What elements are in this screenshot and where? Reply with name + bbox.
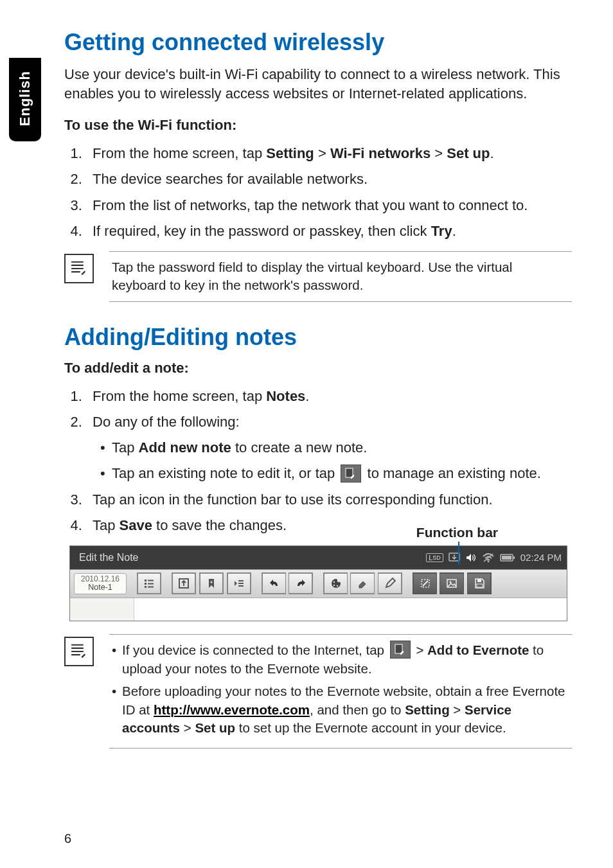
status-battery-icon bbox=[500, 553, 515, 562]
notes-step-2: Do any of the following: Tap Add new not… bbox=[86, 411, 572, 484]
svg-point-19 bbox=[333, 581, 334, 583]
toolbar-bookmark-icon[interactable] bbox=[199, 572, 224, 594]
notes-steps: From the home screen, tap Notes. Do any … bbox=[64, 385, 572, 536]
page-number: 6 bbox=[64, 831, 71, 846]
svg-rect-12 bbox=[145, 586, 147, 588]
svg-rect-9 bbox=[148, 580, 154, 581]
status-wifi-icon bbox=[482, 553, 495, 563]
notes-subhead: To add/edit a note: bbox=[64, 360, 572, 376]
toolbar-indent-icon[interactable] bbox=[227, 572, 251, 594]
svg-rect-16 bbox=[238, 580, 244, 581]
wifi-note-text: Tap the password field to display the vi… bbox=[109, 251, 572, 302]
manage-note-icon bbox=[390, 641, 411, 659]
toolbar-save-icon[interactable] bbox=[467, 572, 492, 594]
section-heading-notes: Adding/Editing notes bbox=[64, 324, 572, 351]
toolbar-list-icon[interactable] bbox=[137, 572, 161, 594]
language-tab-label: English bbox=[17, 71, 33, 126]
svg-rect-6 bbox=[502, 556, 511, 560]
manage-note-icon bbox=[341, 465, 361, 483]
notes-step-1: From the home screen, tap Notes. bbox=[86, 385, 572, 407]
evernote-note-item-2: Before uploading your notes to the Evern… bbox=[112, 682, 569, 738]
wifi-steps: From the home screen, tap Setting > Wi-F… bbox=[64, 143, 572, 242]
svg-rect-25 bbox=[477, 579, 481, 582]
note-icon bbox=[64, 637, 94, 666]
page-content: Getting connected wirelessly Use your de… bbox=[64, 29, 572, 768]
toolbar-eraser-icon[interactable] bbox=[350, 572, 375, 594]
toolbar-redo-icon[interactable] bbox=[289, 572, 313, 594]
function-bar-pointer bbox=[458, 542, 459, 565]
section-intro-wireless: Use your device's built-in Wi-Fi capabil… bbox=[64, 65, 572, 103]
notes-step-4: Tap Save to save the changes. bbox=[86, 515, 572, 536]
evernote-note-body: If you device is connected to the Intern… bbox=[109, 634, 572, 748]
notes-substeps: Tap Add new note to create a new note. T… bbox=[93, 437, 572, 484]
toolbar-palette-icon[interactable] bbox=[323, 572, 348, 594]
wifi-note: Tap the password field to display the vi… bbox=[64, 251, 572, 302]
device-function-bar: 2010.12.16 Note-1 bbox=[70, 569, 567, 598]
svg-rect-1 bbox=[346, 468, 353, 477]
svg-rect-13 bbox=[148, 587, 154, 588]
status-time: 02:24 PM bbox=[520, 552, 562, 563]
toolbar-crop-icon[interactable] bbox=[413, 572, 437, 594]
notes-bullet-2: Tap an existing note to edit it, or tap … bbox=[112, 463, 572, 484]
svg-rect-10 bbox=[145, 583, 147, 585]
device-status-area: LSD 02:24 PM bbox=[426, 552, 562, 563]
wifi-step-2: The device searches for available networ… bbox=[86, 168, 572, 190]
svg-point-20 bbox=[333, 585, 334, 586]
section-heading-wireless: Getting connected wirelessly bbox=[64, 29, 572, 56]
note-tag[interactable]: 2010.12.16 Note-1 bbox=[74, 573, 127, 594]
svg-rect-27 bbox=[395, 644, 402, 653]
svg-rect-17 bbox=[238, 583, 244, 584]
function-bar-label: Function bar bbox=[416, 525, 498, 540]
wifi-step-3: From the list of networks, tap the netwo… bbox=[86, 195, 572, 217]
svg-point-15 bbox=[211, 581, 213, 583]
wifi-subhead: To use the Wi-Fi function: bbox=[64, 117, 572, 134]
svg-rect-11 bbox=[148, 583, 154, 585]
device-title: Edit the Note bbox=[79, 552, 139, 563]
device-sidebar bbox=[70, 598, 134, 621]
svg-point-3 bbox=[487, 560, 489, 562]
wifi-step-1: From the home screen, tap Setting > Wi-F… bbox=[86, 143, 572, 164]
evernote-link[interactable]: http://www.evernote.com bbox=[154, 702, 310, 717]
language-tab: English bbox=[9, 58, 41, 141]
evernote-note-item-1: If you device is connected to the Intern… bbox=[112, 641, 569, 678]
toolbar-undo-icon[interactable] bbox=[262, 572, 286, 594]
svg-rect-18 bbox=[238, 585, 244, 587]
toolbar-upload-icon[interactable] bbox=[172, 572, 196, 594]
notes-step-3: Tap an icon in the function bar to use i… bbox=[86, 489, 572, 511]
device-titlebar: Edit the Note LSD 02:24 PM bbox=[70, 546, 567, 569]
device-canvas bbox=[70, 598, 567, 621]
svg-rect-26 bbox=[477, 584, 483, 587]
svg-rect-7 bbox=[513, 556, 515, 559]
toolbar-pen-icon[interactable] bbox=[378, 572, 402, 594]
toolbar-image-icon[interactable] bbox=[440, 572, 464, 594]
svg-rect-8 bbox=[145, 580, 147, 581]
status-sd-icon: LSD bbox=[426, 553, 443, 562]
status-sound-icon bbox=[465, 553, 477, 563]
note-icon bbox=[64, 254, 94, 283]
svg-point-21 bbox=[336, 585, 337, 587]
notes-bullet-1: Tap Add new note to create a new note. bbox=[112, 437, 572, 459]
device-screenshot: Edit the Note LSD 02:24 PM 2010.12.16 No… bbox=[69, 545, 567, 621]
wifi-step-4: If required, key in the password or pass… bbox=[86, 220, 572, 242]
evernote-note: If you device is connected to the Intern… bbox=[64, 634, 572, 748]
